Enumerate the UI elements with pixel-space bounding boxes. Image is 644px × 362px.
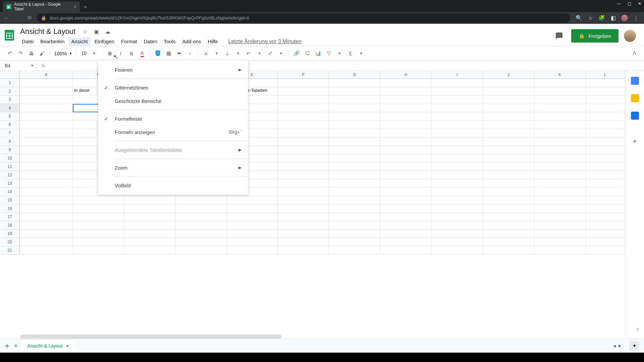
cell[interactable] (380, 221, 432, 230)
row-header[interactable]: 16 (0, 204, 20, 213)
cell[interactable] (278, 188, 329, 196)
cell[interactable] (380, 129, 432, 137)
cell[interactable] (380, 121, 432, 129)
cell[interactable] (380, 238, 432, 246)
cell[interactable] (432, 196, 483, 204)
row-header[interactable]: 14 (0, 188, 20, 196)
cell[interactable] (432, 163, 483, 171)
cell[interactable] (329, 87, 380, 96)
cell[interactable] (227, 238, 278, 246)
menu-datei[interactable]: Datei (19, 37, 37, 46)
add-addon-icon[interactable]: + (633, 137, 637, 146)
cell[interactable] (432, 137, 483, 146)
cell[interactable] (124, 196, 175, 204)
window-minimize-button[interactable]: — (617, 1, 621, 6)
cell[interactable] (227, 213, 278, 221)
cell[interactable] (20, 221, 73, 230)
text-wrap-button[interactable]: ↵ (244, 48, 254, 58)
functions-button[interactable]: Σ (345, 48, 356, 58)
cell[interactable] (432, 246, 483, 255)
cell[interactable] (278, 154, 329, 163)
cell[interactable] (329, 163, 380, 171)
cell[interactable] (483, 188, 534, 196)
share-button[interactable]: 🔒 Freigeben (571, 29, 619, 43)
cell[interactable] (329, 112, 380, 121)
profile-avatar-icon[interactable] (621, 15, 628, 21)
cell[interactable] (483, 246, 534, 255)
cell[interactable] (175, 221, 227, 230)
cell[interactable] (20, 87, 73, 96)
document-title[interactable]: Ansicht & Layout (19, 26, 77, 37)
column-header[interactable]: J (483, 71, 534, 78)
cell[interactable] (73, 230, 124, 238)
extension-icon[interactable]: ◧ (610, 15, 616, 21)
cell[interactable] (586, 146, 625, 154)
cell[interactable] (432, 188, 483, 196)
cell[interactable] (20, 196, 73, 204)
extensions-puzzle-icon[interactable]: 🧩 (598, 15, 605, 21)
cloud-status-icon[interactable]: ☁ (104, 28, 111, 35)
row-header[interactable]: 2 (0, 87, 20, 96)
cell[interactable] (586, 112, 625, 121)
cell[interactable] (227, 196, 278, 204)
cell[interactable] (124, 221, 175, 230)
cell[interactable] (278, 230, 329, 238)
nav-back-button[interactable]: ← (3, 15, 11, 21)
insert-comment-button[interactable]: 🗨 (303, 48, 313, 58)
cell[interactable] (586, 104, 625, 112)
sheet-tab-active[interactable]: Ansicht & Layout ▼ (22, 340, 74, 352)
cell[interactable] (20, 129, 73, 137)
cell[interactable] (483, 179, 534, 188)
cell[interactable] (380, 179, 432, 188)
cell[interactable] (483, 146, 534, 154)
row-header[interactable]: 4 (0, 104, 20, 112)
row-header[interactable]: 1 (0, 79, 20, 87)
cell[interactable] (432, 213, 483, 221)
cell[interactable] (20, 112, 73, 121)
cell[interactable] (20, 121, 73, 129)
cell[interactable] (380, 196, 432, 204)
cell[interactable] (278, 146, 329, 154)
vertical-align-button[interactable]: ⊥ (222, 48, 232, 58)
cell[interactable] (534, 230, 586, 238)
cell[interactable] (124, 204, 175, 213)
cell[interactable] (227, 221, 278, 230)
cell[interactable] (586, 129, 625, 137)
row-header[interactable]: 7 (0, 129, 20, 137)
sheets-logo-icon[interactable] (3, 26, 16, 44)
cell[interactable] (329, 179, 380, 188)
browser-menu-icon[interactable]: ⋮ (633, 15, 639, 21)
cell[interactable] (278, 221, 329, 230)
cell[interactable] (586, 238, 625, 246)
cell[interactable] (432, 121, 483, 129)
cell[interactable] (586, 246, 625, 255)
cell[interactable] (586, 171, 625, 179)
cell[interactable] (20, 146, 73, 154)
nav-reload-button[interactable]: ⟳ (25, 15, 34, 21)
cell[interactable] (534, 96, 586, 104)
cell[interactable] (20, 204, 73, 213)
cell[interactable] (380, 213, 432, 221)
paint-format-button[interactable]: 🖌 (37, 48, 47, 58)
row-header[interactable]: 10 (0, 154, 20, 163)
chevron-down-icon[interactable]: ▼ (185, 48, 195, 58)
column-header[interactable]: L (586, 71, 625, 78)
cell[interactable] (534, 238, 586, 246)
window-maximize-button[interactable]: ▢ (628, 1, 631, 6)
chevron-down-icon[interactable]: ▼ (356, 48, 366, 58)
cell[interactable] (586, 79, 625, 87)
cell[interactable] (586, 196, 625, 204)
menu-item[interactable]: ✓Gitternetzlinien (98, 81, 248, 94)
cell[interactable] (20, 188, 73, 196)
cell[interactable] (586, 121, 625, 129)
menu-item[interactable]: Fixieren▶ (98, 63, 248, 76)
menu-bearbeiten[interactable]: Bearbeiten (37, 37, 68, 46)
cell[interactable] (20, 238, 73, 246)
cell[interactable] (20, 171, 73, 179)
cell[interactable] (483, 163, 534, 171)
cell[interactable] (534, 213, 586, 221)
chevron-down-icon[interactable]: ▼ (212, 48, 222, 58)
all-sheets-button[interactable]: ≡ (14, 343, 17, 349)
url-field[interactable]: 🔒 docs.google.com/spreadsheets/d/12KXm2A… (37, 13, 570, 23)
cell[interactable] (380, 79, 432, 87)
